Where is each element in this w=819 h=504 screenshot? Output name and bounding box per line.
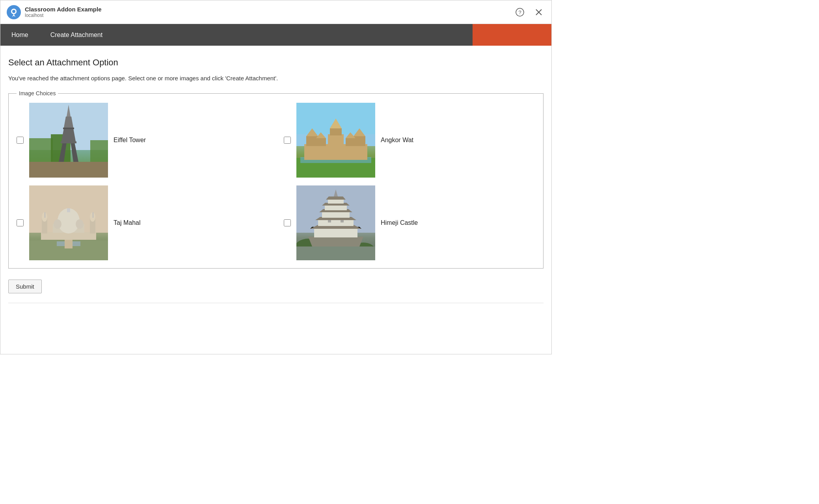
svg-rect-42	[45, 212, 45, 218]
submit-button[interactable]: Submit	[8, 280, 42, 293]
page-description: You've reached the attachment options pa…	[8, 75, 544, 82]
checkbox-angkor[interactable]	[284, 137, 291, 144]
checkbox-himeji[interactable]	[284, 219, 291, 226]
svg-rect-72	[328, 220, 331, 222]
checkbox-eiffel[interactable]	[17, 137, 24, 144]
fieldset-legend: Image Choices	[17, 90, 58, 96]
nav-home[interactable]: Home	[0, 24, 39, 46]
image-option-himeji: Himeji Castle	[284, 185, 535, 260]
svg-marker-15	[61, 128, 76, 141]
label-eiffel[interactable]: Eiffel Tower	[114, 137, 146, 144]
image-eiffel	[29, 103, 108, 178]
image-option-eiffel: Eiffel Tower	[17, 103, 268, 178]
image-taj	[29, 185, 108, 260]
close-button[interactable]	[532, 6, 545, 19]
nav-bar: Home Create Attachment	[0, 24, 551, 46]
svg-rect-60	[314, 229, 357, 237]
app-subtitle: localhost	[25, 13, 102, 18]
svg-rect-51	[67, 208, 70, 212]
image-option-angkor: Angkor Wat	[284, 103, 535, 178]
checkbox-taj[interactable]	[17, 219, 24, 226]
help-icon: ?	[516, 8, 524, 17]
svg-marker-59	[308, 237, 363, 246]
svg-rect-29	[330, 128, 342, 135]
image-angkor	[296, 103, 375, 178]
images-grid: Eiffel Tower	[17, 103, 535, 260]
label-angkor[interactable]: Angkor Wat	[381, 137, 413, 144]
svg-point-52	[54, 219, 61, 229]
svg-point-53	[76, 219, 84, 229]
title-bar: Classroom Addon Example localhost ?	[0, 0, 551, 24]
image-himeji	[296, 185, 375, 260]
label-himeji[interactable]: Himeji Castle	[381, 219, 418, 226]
svg-rect-16	[63, 128, 74, 129]
title-bar-left: Classroom Addon Example localhost	[7, 5, 102, 19]
help-button[interactable]: ?	[514, 6, 526, 19]
image-choices-fieldset: Image Choices	[8, 90, 544, 269]
app-title-group: Classroom Addon Example localhost	[25, 6, 102, 18]
nav-accent	[473, 24, 551, 46]
svg-rect-58	[296, 246, 375, 260]
main-content: Select an Attachment Option You've reach…	[0, 46, 551, 311]
bottom-divider	[8, 303, 544, 303]
svg-rect-33	[346, 138, 356, 146]
nav-create-attachment[interactable]: Create Attachment	[39, 24, 114, 46]
svg-rect-45	[93, 212, 93, 218]
svg-marker-70	[326, 196, 346, 200]
label-taj[interactable]: Taj Mahal	[114, 219, 140, 226]
svg-text:?: ?	[518, 9, 521, 15]
app-title: Classroom Addon Example	[25, 6, 102, 13]
app-icon	[7, 5, 21, 19]
image-option-taj: Taj Mahal	[17, 185, 268, 260]
svg-rect-28	[328, 134, 344, 146]
svg-rect-73	[341, 220, 344, 222]
close-icon	[535, 9, 542, 16]
svg-point-2	[12, 10, 15, 13]
svg-rect-11	[29, 162, 108, 178]
svg-rect-14	[61, 141, 76, 143]
page-heading: Select an Attachment Option	[8, 57, 544, 68]
svg-rect-31	[316, 138, 326, 146]
title-bar-right: ?	[514, 6, 545, 19]
svg-rect-23	[304, 144, 367, 160]
